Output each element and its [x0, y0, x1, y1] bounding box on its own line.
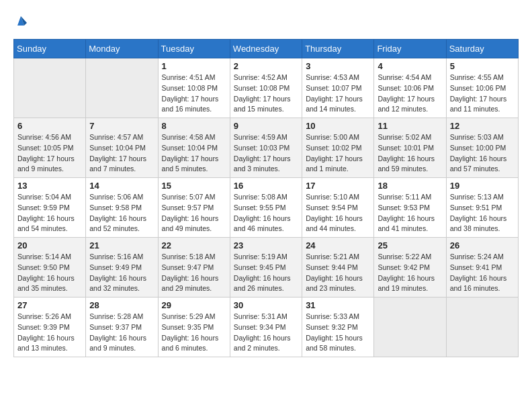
- day-info: Sunrise: 5:07 AM Sunset: 9:57 PM Dayligh…: [162, 192, 226, 234]
- calendar-day-cell: 10Sunrise: 5:00 AM Sunset: 10:02 PM Dayl…: [302, 118, 374, 178]
- calendar-day-cell: 2Sunrise: 4:52 AM Sunset: 10:08 PM Dayli…: [230, 58, 302, 118]
- day-number: 18: [378, 181, 442, 191]
- calendar-day-cell: 9Sunrise: 4:59 AM Sunset: 10:03 PM Dayli…: [230, 118, 302, 178]
- day-info: Sunrise: 4:59 AM Sunset: 10:03 PM Daylig…: [234, 132, 298, 175]
- calendar-week-row: 13Sunrise: 5:04 AM Sunset: 9:59 PM Dayli…: [14, 178, 519, 238]
- day-number: 25: [378, 240, 442, 250]
- calendar-day-cell: 4Sunrise: 4:54 AM Sunset: 10:06 PM Dayli…: [374, 58, 446, 118]
- weekday-header-sunday: Sunday: [14, 40, 86, 58]
- calendar-day-cell: [14, 58, 86, 118]
- day-number: 17: [306, 181, 370, 191]
- day-number: 2: [234, 61, 298, 71]
- day-info: Sunrise: 4:56 AM Sunset: 10:05 PM Daylig…: [17, 132, 82, 175]
- day-number: 23: [234, 240, 298, 250]
- day-info: Sunrise: 5:14 AM Sunset: 9:50 PM Dayligh…: [17, 252, 82, 294]
- calendar-day-cell: 26Sunrise: 5:24 AM Sunset: 9:41 PM Dayli…: [446, 238, 518, 298]
- calendar-week-row: 27Sunrise: 5:26 AM Sunset: 9:39 PM Dayli…: [14, 298, 519, 357]
- day-info: Sunrise: 5:28 AM Sunset: 9:37 PM Dayligh…: [89, 312, 154, 354]
- day-info: Sunrise: 4:54 AM Sunset: 10:06 PM Daylig…: [378, 73, 442, 115]
- calendar-day-cell: [374, 298, 446, 357]
- day-number: 8: [162, 121, 226, 131]
- day-number: 5: [450, 61, 515, 71]
- calendar-day-cell: 14Sunrise: 5:06 AM Sunset: 9:58 PM Dayli…: [86, 178, 158, 238]
- calendar-day-cell: 1Sunrise: 4:51 AM Sunset: 10:08 PM Dayli…: [158, 58, 230, 118]
- weekday-header-row: SundayMondayTuesdayWednesdayThursdayFrid…: [14, 40, 519, 58]
- calendar-week-row: 6Sunrise: 4:56 AM Sunset: 10:05 PM Dayli…: [14, 118, 519, 178]
- day-info: Sunrise: 5:08 AM Sunset: 9:55 PM Dayligh…: [234, 192, 298, 234]
- calendar-day-cell: 28Sunrise: 5:28 AM Sunset: 9:37 PM Dayli…: [86, 298, 158, 357]
- page-header: [13, 13, 519, 28]
- day-number: 16: [234, 181, 298, 191]
- day-number: 31: [306, 300, 370, 310]
- day-info: Sunrise: 5:10 AM Sunset: 9:54 PM Dayligh…: [306, 192, 370, 234]
- calendar-day-cell: 12Sunrise: 5:03 AM Sunset: 10:00 PM Dayl…: [446, 118, 518, 178]
- weekday-header-wednesday: Wednesday: [230, 40, 302, 58]
- day-info: Sunrise: 4:52 AM Sunset: 10:08 PM Daylig…: [234, 73, 298, 115]
- weekday-header-saturday: Saturday: [446, 40, 518, 58]
- day-info: Sunrise: 5:31 AM Sunset: 9:34 PM Dayligh…: [234, 312, 298, 354]
- calendar-day-cell: [446, 298, 518, 357]
- calendar-day-cell: 13Sunrise: 5:04 AM Sunset: 9:59 PM Dayli…: [14, 178, 86, 238]
- calendar-week-row: 20Sunrise: 5:14 AM Sunset: 9:50 PM Dayli…: [14, 238, 519, 298]
- day-info: Sunrise: 4:51 AM Sunset: 10:08 PM Daylig…: [162, 73, 226, 115]
- day-number: 29: [162, 300, 226, 310]
- day-number: 1: [162, 61, 226, 71]
- day-info: Sunrise: 5:00 AM Sunset: 10:02 PM Daylig…: [306, 132, 370, 175]
- calendar-day-cell: 21Sunrise: 5:16 AM Sunset: 9:49 PM Dayli…: [86, 238, 158, 298]
- day-number: 10: [306, 121, 370, 131]
- day-info: Sunrise: 4:58 AM Sunset: 10:04 PM Daylig…: [162, 132, 226, 175]
- day-info: Sunrise: 5:16 AM Sunset: 9:49 PM Dayligh…: [89, 252, 154, 294]
- day-info: Sunrise: 5:21 AM Sunset: 9:44 PM Dayligh…: [306, 252, 370, 294]
- weekday-header-thursday: Thursday: [302, 40, 374, 58]
- calendar-day-cell: [86, 58, 158, 118]
- day-number: 27: [17, 300, 82, 310]
- day-info: Sunrise: 5:22 AM Sunset: 9:42 PM Dayligh…: [378, 252, 442, 294]
- calendar-day-cell: 17Sunrise: 5:10 AM Sunset: 9:54 PM Dayli…: [302, 178, 374, 238]
- calendar-day-cell: 5Sunrise: 4:55 AM Sunset: 10:06 PM Dayli…: [446, 58, 518, 118]
- day-number: 21: [89, 240, 154, 250]
- weekday-header-friday: Friday: [374, 40, 446, 58]
- calendar-day-cell: 27Sunrise: 5:26 AM Sunset: 9:39 PM Dayli…: [14, 298, 86, 357]
- day-info: Sunrise: 5:06 AM Sunset: 9:58 PM Dayligh…: [89, 192, 154, 234]
- day-info: Sunrise: 5:24 AM Sunset: 9:41 PM Dayligh…: [450, 252, 515, 294]
- calendar-day-cell: 11Sunrise: 5:02 AM Sunset: 10:01 PM Dayl…: [374, 118, 446, 178]
- day-info: Sunrise: 5:04 AM Sunset: 9:59 PM Dayligh…: [17, 192, 82, 234]
- calendar-day-cell: 30Sunrise: 5:31 AM Sunset: 9:34 PM Dayli…: [230, 298, 302, 357]
- day-number: 13: [17, 181, 82, 191]
- day-number: 9: [234, 121, 298, 131]
- day-info: Sunrise: 5:19 AM Sunset: 9:45 PM Dayligh…: [234, 252, 298, 294]
- day-info: Sunrise: 5:02 AM Sunset: 10:01 PM Daylig…: [378, 132, 442, 175]
- day-info: Sunrise: 5:33 AM Sunset: 9:32 PM Dayligh…: [306, 312, 370, 354]
- day-number: 4: [378, 61, 442, 71]
- weekday-header-tuesday: Tuesday: [158, 40, 230, 58]
- calendar-table: SundayMondayTuesdayWednesdayThursdayFrid…: [13, 39, 519, 357]
- calendar-day-cell: 7Sunrise: 4:57 AM Sunset: 10:04 PM Dayli…: [86, 118, 158, 178]
- day-number: 12: [450, 121, 515, 131]
- day-info: Sunrise: 5:13 AM Sunset: 9:51 PM Dayligh…: [450, 192, 515, 234]
- day-number: 22: [162, 240, 226, 250]
- logo-icon: [13, 13, 28, 28]
- logo: [13, 13, 31, 28]
- calendar-day-cell: 6Sunrise: 4:56 AM Sunset: 10:05 PM Dayli…: [14, 118, 86, 178]
- weekday-header-monday: Monday: [86, 40, 158, 58]
- calendar-day-cell: 29Sunrise: 5:29 AM Sunset: 9:35 PM Dayli…: [158, 298, 230, 357]
- day-number: 30: [234, 300, 298, 310]
- calendar-day-cell: 24Sunrise: 5:21 AM Sunset: 9:44 PM Dayli…: [302, 238, 374, 298]
- day-number: 28: [89, 300, 154, 310]
- day-number: 24: [306, 240, 370, 250]
- day-number: 19: [450, 181, 515, 191]
- day-number: 15: [162, 181, 226, 191]
- day-info: Sunrise: 5:18 AM Sunset: 9:47 PM Dayligh…: [162, 252, 226, 294]
- calendar-week-row: 1Sunrise: 4:51 AM Sunset: 10:08 PM Dayli…: [14, 58, 519, 118]
- day-info: Sunrise: 5:11 AM Sunset: 9:53 PM Dayligh…: [378, 192, 442, 234]
- calendar-day-cell: 18Sunrise: 5:11 AM Sunset: 9:53 PM Dayli…: [374, 178, 446, 238]
- day-number: 20: [17, 240, 82, 250]
- day-number: 26: [450, 240, 515, 250]
- day-info: Sunrise: 5:03 AM Sunset: 10:00 PM Daylig…: [450, 132, 515, 175]
- calendar-day-cell: 20Sunrise: 5:14 AM Sunset: 9:50 PM Dayli…: [14, 238, 86, 298]
- calendar-day-cell: 16Sunrise: 5:08 AM Sunset: 9:55 PM Dayli…: [230, 178, 302, 238]
- day-info: Sunrise: 4:53 AM Sunset: 10:07 PM Daylig…: [306, 73, 370, 115]
- calendar-day-cell: 8Sunrise: 4:58 AM Sunset: 10:04 PM Dayli…: [158, 118, 230, 178]
- day-info: Sunrise: 4:57 AM Sunset: 10:04 PM Daylig…: [89, 132, 154, 175]
- calendar-day-cell: 19Sunrise: 5:13 AM Sunset: 9:51 PM Dayli…: [446, 178, 518, 238]
